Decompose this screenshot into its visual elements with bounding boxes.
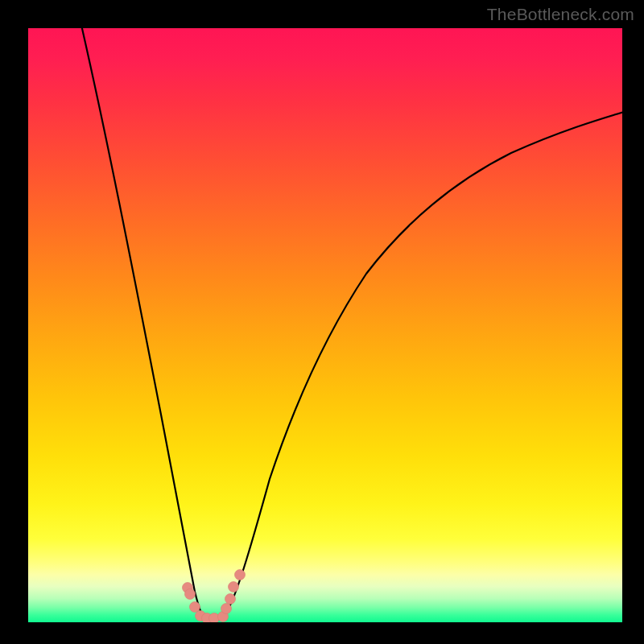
data-marker — [185, 589, 196, 600]
plot-area — [28, 28, 622, 622]
watermark-text: TheBottleneck.com — [487, 5, 634, 24]
data-marker — [235, 570, 246, 580]
data-marker — [190, 602, 200, 613]
curve-path — [76, 28, 622, 621]
data-marker — [225, 594, 236, 605]
bottleneck-curve — [28, 28, 622, 622]
data-marker — [221, 604, 232, 614]
data-marker — [229, 582, 239, 592]
chart-container: TheBottleneck.com — [0, 0, 644, 644]
